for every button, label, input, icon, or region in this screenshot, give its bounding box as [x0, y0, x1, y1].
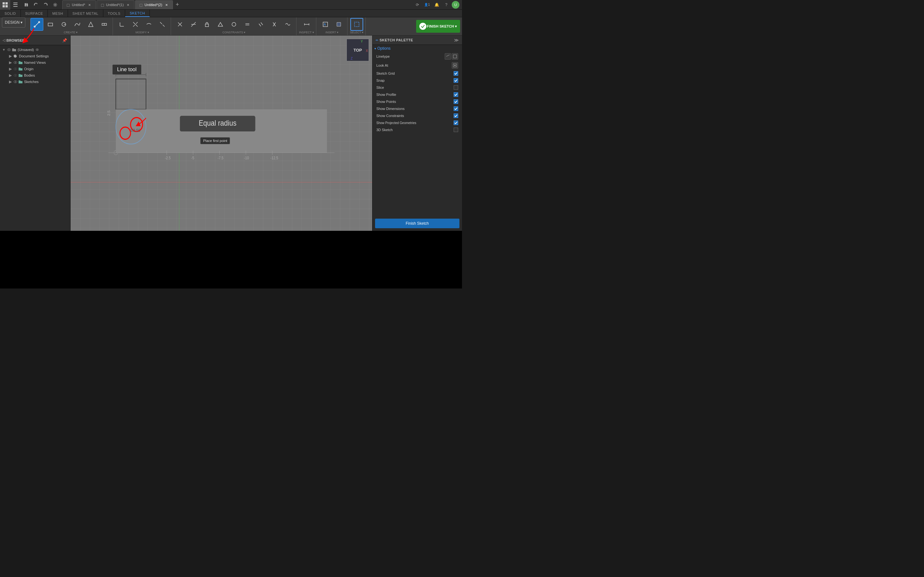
constraints-label[interactable]: CONSTRAINTS ▾ [222, 31, 246, 35]
options-toggle[interactable]: ▾ Options [373, 45, 462, 52]
browser-pin-btn[interactable]: 📌 [61, 37, 68, 44]
apps-icon[interactable] [0, 0, 10, 10]
canvas-area[interactable]: Line tool 2.50 Ø3.50 [71, 35, 372, 231]
create-label[interactable]: CREATE ▾ [64, 31, 78, 35]
vertical-btn[interactable] [268, 18, 281, 31]
avatar[interactable]: U [452, 1, 459, 9]
parallel-btn[interactable] [228, 18, 240, 31]
select-btn[interactable] [351, 18, 363, 31]
select-group: SELECT ▾ [348, 17, 366, 35]
expand-doc[interactable]: ▶ [8, 53, 13, 59]
titlebar-actions [22, 1, 60, 9]
inspect-label[interactable]: INSPECT ▾ [299, 31, 314, 35]
new-tab-btn[interactable]: + [174, 1, 181, 9]
show-profile-checkbox[interactable] [454, 92, 458, 97]
sync-icon[interactable]: ⟳ [413, 1, 422, 9]
tab-surface[interactable]: SURFACE [21, 10, 48, 17]
tree-named-views[interactable]: ▶ Named Views [0, 59, 70, 66]
tree-doc-settings[interactable]: ▶ Document Settings [0, 53, 70, 59]
sketch-grid-checkbox[interactable] [454, 71, 458, 76]
tab-sheet-metal[interactable]: SHEET METAL [68, 10, 103, 17]
bell-icon[interactable]: 🔔 [433, 1, 441, 9]
tree-unsaved[interactable]: ▾ (Unsaved) [0, 47, 70, 53]
triangle-tool-btn[interactable] [84, 18, 97, 31]
sketch-grid-row: Sketch Grid [374, 70, 461, 77]
fillet-btn[interactable] [115, 18, 128, 31]
close-tab-2[interactable]: ✕ [126, 3, 130, 7]
measure-btn[interactable] [300, 18, 313, 31]
tree-sketches[interactable]: ▶ Sketches [0, 79, 70, 85]
insert-label[interactable]: INSERT ▾ [326, 31, 338, 35]
trim-btn[interactable] [129, 18, 142, 31]
orientation-cube[interactable]: TOP X Y Z [347, 39, 369, 61]
svg-text:-10: -10 [244, 156, 249, 160]
tab-sketch[interactable]: SKETCH [125, 10, 150, 17]
break-btn[interactable] [156, 18, 169, 31]
sketch-palette-expand-btn[interactable]: ≫ [454, 37, 459, 43]
slice-checkbox[interactable] [454, 85, 458, 90]
eye-root[interactable] [6, 47, 11, 52]
show-projected-checkbox[interactable] [454, 121, 458, 125]
equal-btn[interactable] [241, 18, 254, 31]
tab-untitled-1[interactable]: ◻ Untitled*(1) ✕ [97, 0, 134, 9]
eye-origin[interactable] [13, 66, 18, 71]
linetype-label: Linetype [376, 55, 390, 58]
undo-btn[interactable] [31, 1, 40, 9]
insert-btn[interactable]: A [319, 18, 332, 31]
eye-bodies[interactable] [13, 73, 18, 78]
modify-label[interactable]: MODIFY ▾ [136, 31, 149, 35]
linetype-btn-2[interactable] [452, 53, 458, 60]
rectangle-tool-btn[interactable] [44, 18, 57, 31]
settings-btn[interactable] [51, 1, 60, 9]
select-label[interactable]: SELECT ▾ [350, 31, 363, 35]
expand-sketches[interactable]: ▶ [8, 79, 13, 84]
spline-tool-btn[interactable] [71, 18, 84, 31]
look-at-btn[interactable] [452, 62, 458, 69]
tree-bodies[interactable]: ▶ Bodies [0, 72, 70, 79]
expand-root[interactable]: ▾ [1, 47, 6, 52]
3d-sketch-checkbox[interactable] [454, 127, 458, 132]
horizontal2-btn[interactable] [254, 18, 267, 31]
save-btn[interactable] [22, 1, 31, 9]
finish-sketch-toolbar-btn[interactable]: FINISH SKETCH ▾ [416, 20, 460, 33]
collinear-btn[interactable] [187, 18, 200, 31]
line-tool-btn[interactable] [31, 18, 43, 31]
show-dimensions-checkbox[interactable] [454, 106, 458, 111]
help-icon[interactable]: ? [442, 1, 451, 9]
extend-btn[interactable] [142, 18, 155, 31]
tree-origin[interactable]: ▶ Origin [0, 66, 70, 72]
tab-tools[interactable]: TOOLS [103, 10, 126, 17]
show-points-checkbox[interactable] [454, 99, 458, 104]
tab-solid[interactable]: SOLID [0, 10, 21, 17]
show-constraints-checkbox[interactable] [454, 113, 458, 118]
symmetric-btn[interactable] [281, 18, 294, 31]
close-tab-1[interactable]: ✕ [87, 3, 92, 7]
show-points-label: Show Points [376, 100, 396, 103]
browser-collapse-btn[interactable]: ◁ [3, 38, 5, 42]
browser-title: BROWSER [6, 39, 25, 42]
coincident-btn[interactable] [174, 18, 186, 31]
circle-tool-btn[interactable] [57, 18, 70, 31]
design-button[interactable]: DESIGN ▾ [2, 17, 25, 27]
snap-checkbox[interactable] [454, 78, 458, 83]
lock-btn[interactable] [200, 18, 213, 31]
eye-sketches[interactable] [13, 79, 18, 84]
expand-origin[interactable]: ▶ [8, 66, 13, 71]
tab-mesh[interactable]: MESH [48, 10, 68, 17]
eye-visibility-btn[interactable] [35, 47, 39, 52]
expand-named-views[interactable]: ▶ [8, 60, 13, 65]
tab-3-label: Untitled*(2) [145, 3, 162, 7]
insert2-btn[interactable] [333, 18, 345, 31]
linetype-btn-1[interactable] [445, 53, 451, 60]
slot-tool-btn[interactable] [98, 18, 111, 31]
tab-untitled[interactable]: ◻ Untitled* ✕ [62, 0, 96, 9]
menu-icon[interactable]: ☰ [10, 0, 21, 10]
close-tab-3[interactable]: ✕ [164, 3, 169, 7]
expand-bodies[interactable]: ▶ [8, 73, 13, 78]
eye-named-views[interactable] [13, 60, 18, 65]
finish-sketch-btn[interactable]: Finish Sketch [375, 219, 459, 228]
options-rows: Linetype Look At [373, 52, 462, 133]
redo-btn[interactable] [41, 1, 50, 9]
horizontal-btn[interactable] [214, 18, 227, 31]
tab-untitled-2[interactable]: ◻ Untitled*(2) ✕ [135, 0, 173, 9]
